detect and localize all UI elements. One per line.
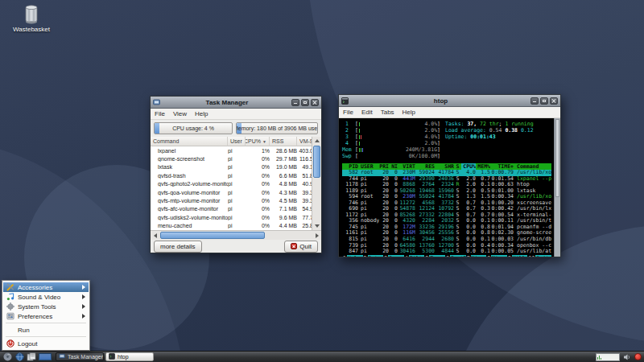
cpu-meter-2: 2[2.0%] [342,127,440,134]
column-header-command[interactable]: Command [151,137,228,146]
scroll-right-arrow-icon[interactable] [312,231,321,240]
horizontal-scrollbar-thumb[interactable] [160,232,265,239]
menu-help[interactable]: Help [398,107,419,117]
task-vm: 116.5 [297,156,313,162]
cpu-monitor-applet[interactable] [596,353,620,361]
meter-tick [361,148,361,152]
terminal-scrollbar-thumb[interactable] [555,119,559,197]
terminal-scrollbar[interactable] [554,118,560,257]
close-button[interactable] [311,99,319,106]
menu-file[interactable]: File [151,109,169,119]
task-rss: 19.0 MB [270,164,297,170]
meter-bar [358,121,425,127]
menu-help[interactable]: Help [191,109,212,119]
task-row[interactable]: gvfsd-trashpi0%6.6 MB51.8 [151,171,313,179]
task-rss: 7.1 MB [270,206,297,212]
task-row[interactable]: gvfs-afc-volume-monitorpi0%7.1 MB54.9 [151,205,313,213]
menu-item-run[interactable]: Run [3,325,89,335]
htop-process-row: 815pi200641629442680S0.00.10:00.03/usr/b… [342,237,551,243]
cpu-usage-button[interactable]: CPU usage: 4 % [154,122,233,134]
menu-item-label: Accessories [18,284,52,291]
web-browser-launcher[interactable] [14,352,24,362]
htop-process-row: 356nobody200432022842032S0.00.10:00.11/u… [342,218,551,224]
task-row[interactable]: menu-cachedpi0%4.4 MB25.8 [151,222,313,230]
scroll-left-arrow-icon[interactable] [151,231,159,240]
minimize-button[interactable] [291,99,299,106]
htop-titlebar[interactable]: htop [339,95,560,107]
menu-separator [6,323,86,323]
task-row[interactable]: gvfs-goa-volume-monitorpi0%4.3 MB39.3 [151,188,313,196]
minimize-button[interactable] [530,97,539,105]
quit-button[interactable]: Quit [284,241,318,253]
status-tray-icon[interactable] [634,353,642,360]
scroll-down-arrow-icon[interactable] [312,222,321,230]
task-command: gvfs-udisks2-volume-monitor [151,215,228,220]
fkey-nice: Nice - [471,255,487,257]
maximize-button[interactable] [301,99,309,106]
menu-item-system-tools[interactable]: System Tools [3,302,89,311]
meter-bar [358,146,406,153]
cpu-meter-3: 3[4.0%] [342,134,440,140]
htop-column-time: TIME+ [490,163,514,170]
task-cpu: 0% [246,190,270,195]
file-manager-launcher[interactable] [27,352,36,362]
column-header-vm-size[interactable]: VM-Size [297,137,313,146]
task-button-task-manager[interactable]: Task Manager [56,352,104,361]
terminal[interactable]: 1[4.0%] 2[2.0%] 3[4.0%] 4[2.0%]Mem[240M/… [339,118,560,257]
memory-usage-button[interactable]: Memory: 180 MB of 3906 MB used [236,122,318,134]
task-command: gnome-screenshot [151,156,228,162]
htop-column-pri: PRI [379,163,389,170]
menu-view[interactable]: View [169,109,191,119]
more-details-button[interactable]: more details [154,241,202,253]
fkey-setup: Setup [368,255,384,257]
task-row[interactable]: gvfs-gphoto2-volume-monitorpi0%4.8 MB40.… [151,180,313,188]
volume-tray-icon[interactable] [622,352,632,362]
task-row[interactable]: lxpanelpi1%28.6 MB403.0 [151,146,313,154]
cpu-graph-bar [597,357,598,360]
taskmanager-titlebar[interactable]: Task Manager [151,97,321,109]
column-header-cpu[interactable]: CPU%▼ [246,137,270,146]
task-row[interactable]: gvfs-udisks2-volume-monitorpi0%9.6 MB77.… [151,213,313,221]
menu-item-sound-video[interactable]: Sound & Video [3,292,89,302]
task-command: gvfs-mtp-volume-monitor [151,198,228,204]
more-details-label: more details [160,243,196,250]
start-menu-button[interactable] [2,352,12,362]
meter-value: 4.0% [424,121,437,127]
taskmanager-icon [59,353,65,360]
menu-item-preferences[interactable]: Preferences [3,311,89,321]
vertical-scrollbar[interactable] [312,137,321,230]
htop-process-row: 594root200230M5502441784S1.31.50:00.34/u… [342,194,551,200]
menu-item-logout[interactable]: Logout [3,339,89,348]
column-header-user[interactable]: User [228,137,246,146]
task-vm: 40.9 [297,181,313,187]
task-row[interactable]: gvfs-mtp-volume-monitorpi0%4.5 MB39.3 [151,196,313,204]
htop-column-command: Command [514,163,551,170]
desktop-icon-wastebasket[interactable]: Wastebasket [8,5,55,33]
horizontal-scrollbar[interactable] [151,230,321,240]
maximize-button[interactable] [540,97,548,105]
scroll-up-arrow-icon[interactable] [312,137,321,145]
sound-video-icon [6,293,14,301]
menu-item-accessories[interactable]: Accessories [3,282,89,292]
menu-item-label: System Tools [18,303,56,311]
task-cpu: 0% [246,223,270,228]
desktop-pager[interactable] [39,353,52,360]
htop-column-virt: VIRT [398,163,415,170]
task-row[interactable]: gnome-screenshotpi0%29.7 MB116.5 [151,154,313,162]
meter-bar [358,140,425,146]
memory-usage-label: Memory: 180 MB of 3906 MB used [236,125,318,131]
fkey-quit: Quit [535,255,551,257]
column-header-rss[interactable]: RSS [270,137,297,146]
meter-value: 4.0% [424,134,437,140]
task-button-htop[interactable]: htop [105,352,154,361]
close-button[interactable] [550,97,558,105]
menu-tabs[interactable]: Tabs [377,107,398,117]
task-row[interactable]: lxtaskpi0%19.0 MB49.1 [151,163,313,171]
vertical-scrollbar-thumb[interactable] [313,146,320,178]
task-rss: 4.8 MB [270,181,297,187]
menu-edit[interactable]: Edit [357,107,377,117]
meter-tick [362,148,363,152]
globe-icon [15,352,24,361]
task-cpu: 0% [246,164,270,170]
menu-file[interactable]: File [339,107,357,117]
